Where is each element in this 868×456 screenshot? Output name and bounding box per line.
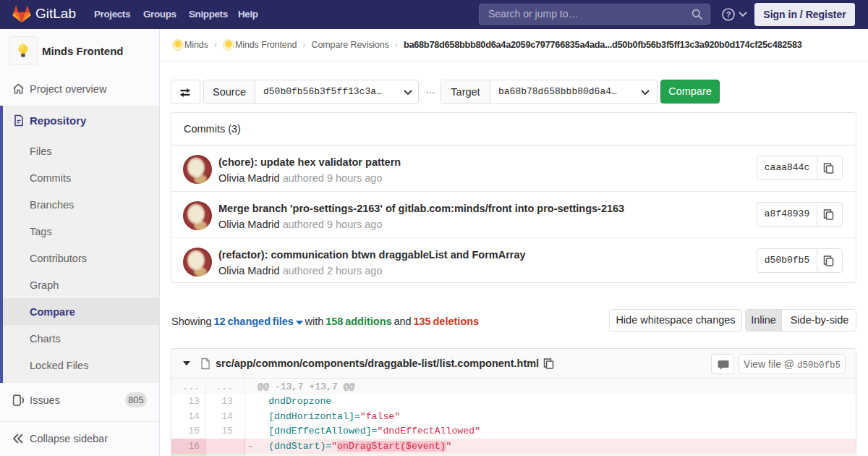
svg-text:?: ?	[726, 10, 731, 19]
